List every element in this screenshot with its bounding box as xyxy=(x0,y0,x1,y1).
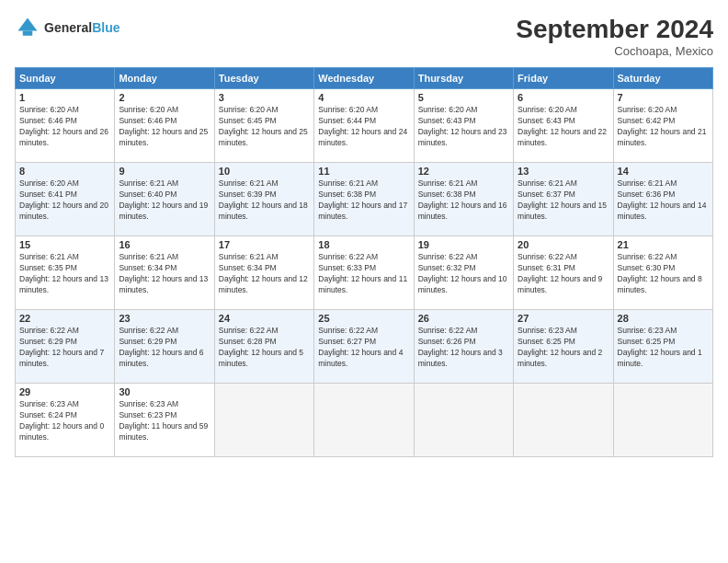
day-info: Sunrise: 6:20 AMSunset: 6:45 PMDaylight:… xyxy=(219,105,310,149)
calendar-cell xyxy=(514,384,613,457)
day-number: 24 xyxy=(219,313,310,324)
calendar-cell: 27Sunrise: 6:23 AMSunset: 6:25 PMDayligh… xyxy=(514,310,613,384)
weekday-header: Monday xyxy=(115,68,214,89)
day-number: 2 xyxy=(119,92,210,103)
day-number: 6 xyxy=(518,92,609,103)
calendar-cell: 6Sunrise: 6:20 AMSunset: 6:43 PMDaylight… xyxy=(514,89,613,163)
svg-rect-1 xyxy=(23,31,33,36)
logo-icon xyxy=(15,15,40,40)
day-number: 3 xyxy=(219,92,310,103)
calendar-week-row: 29Sunrise: 6:23 AMSunset: 6:24 PMDayligh… xyxy=(16,384,713,457)
calendar-cell xyxy=(214,384,313,457)
calendar-cell: 25Sunrise: 6:22 AMSunset: 6:27 PMDayligh… xyxy=(314,310,414,384)
calendar-week-row: 15Sunrise: 6:21 AMSunset: 6:35 PMDayligh… xyxy=(16,236,713,310)
calendar-cell: 4Sunrise: 6:20 AMSunset: 6:44 PMDaylight… xyxy=(314,89,414,163)
calendar-cell: 17Sunrise: 6:21 AMSunset: 6:34 PMDayligh… xyxy=(214,236,313,310)
day-number: 7 xyxy=(618,92,709,103)
weekday-header: Tuesday xyxy=(214,68,313,89)
day-number: 17 xyxy=(219,239,310,250)
day-number: 11 xyxy=(318,166,409,177)
calendar-week-row: 1Sunrise: 6:20 AMSunset: 6:46 PMDaylight… xyxy=(16,89,713,163)
header: GeneralBlue September 2024 Cochoapa, Mex… xyxy=(15,15,713,58)
day-info: Sunrise: 6:22 AMSunset: 6:26 PMDaylight:… xyxy=(418,326,509,370)
day-number: 9 xyxy=(119,166,210,177)
day-number: 8 xyxy=(19,166,110,177)
calendar-cell: 3Sunrise: 6:20 AMSunset: 6:45 PMDaylight… xyxy=(214,89,313,163)
month-title: September 2024 xyxy=(516,15,713,44)
day-number: 15 xyxy=(19,239,110,250)
calendar-cell: 28Sunrise: 6:23 AMSunset: 6:25 PMDayligh… xyxy=(613,310,712,384)
day-info: Sunrise: 6:20 AMSunset: 6:43 PMDaylight:… xyxy=(518,105,609,149)
day-info: Sunrise: 6:22 AMSunset: 6:28 PMDaylight:… xyxy=(219,326,310,370)
day-info: Sunrise: 6:21 AMSunset: 6:39 PMDaylight:… xyxy=(219,178,310,223)
calendar-cell: 11Sunrise: 6:21 AMSunset: 6:38 PMDayligh… xyxy=(314,163,414,236)
day-info: Sunrise: 6:22 AMSunset: 6:27 PMDaylight:… xyxy=(318,326,409,370)
calendar-cell: 15Sunrise: 6:21 AMSunset: 6:35 PMDayligh… xyxy=(16,236,115,310)
location: Cochoapa, Mexico xyxy=(516,44,713,58)
calendar-cell: 16Sunrise: 6:21 AMSunset: 6:34 PMDayligh… xyxy=(115,236,214,310)
calendar-cell: 13Sunrise: 6:21 AMSunset: 6:37 PMDayligh… xyxy=(514,163,613,236)
header-row: SundayMondayTuesdayWednesdayThursdayFrid… xyxy=(16,68,713,89)
calendar-cell: 21Sunrise: 6:22 AMSunset: 6:30 PMDayligh… xyxy=(613,236,712,310)
calendar-cell: 10Sunrise: 6:21 AMSunset: 6:39 PMDayligh… xyxy=(214,163,313,236)
day-info: Sunrise: 6:22 AMSunset: 6:31 PMDaylight:… xyxy=(518,252,609,296)
day-number: 10 xyxy=(219,166,310,177)
day-number: 16 xyxy=(119,239,210,250)
weekday-header: Sunday xyxy=(16,68,115,89)
weekday-header: Saturday xyxy=(613,68,712,89)
day-number: 4 xyxy=(318,92,409,103)
calendar-cell: 20Sunrise: 6:22 AMSunset: 6:31 PMDayligh… xyxy=(514,236,613,310)
calendar-cell: 14Sunrise: 6:21 AMSunset: 6:36 PMDayligh… xyxy=(613,163,712,236)
calendar-table: SundayMondayTuesdayWednesdayThursdayFrid… xyxy=(15,67,713,457)
day-info: Sunrise: 6:23 AMSunset: 6:25 PMDaylight:… xyxy=(518,326,609,370)
day-number: 5 xyxy=(418,92,509,103)
day-info: Sunrise: 6:23 AMSunset: 6:24 PMDaylight:… xyxy=(19,399,110,443)
day-number: 23 xyxy=(119,313,210,324)
day-info: Sunrise: 6:20 AMSunset: 6:46 PMDaylight:… xyxy=(19,105,110,149)
day-info: Sunrise: 6:21 AMSunset: 6:38 PMDaylight:… xyxy=(418,178,509,223)
logo-text: GeneralBlue xyxy=(44,20,119,36)
calendar-week-row: 8Sunrise: 6:20 AMSunset: 6:41 PMDaylight… xyxy=(16,163,713,236)
calendar-cell: 29Sunrise: 6:23 AMSunset: 6:24 PMDayligh… xyxy=(16,384,115,457)
day-info: Sunrise: 6:22 AMSunset: 6:29 PMDaylight:… xyxy=(19,326,110,370)
calendar-cell: 22Sunrise: 6:22 AMSunset: 6:29 PMDayligh… xyxy=(16,310,115,384)
day-info: Sunrise: 6:21 AMSunset: 6:40 PMDaylight:… xyxy=(119,178,210,223)
calendar-cell: 23Sunrise: 6:22 AMSunset: 6:29 PMDayligh… xyxy=(115,310,214,384)
calendar-cell: 30Sunrise: 6:23 AMSunset: 6:23 PMDayligh… xyxy=(115,384,214,457)
day-info: Sunrise: 6:23 AMSunset: 6:23 PMDaylight:… xyxy=(119,399,210,443)
day-info: Sunrise: 6:21 AMSunset: 6:34 PMDaylight:… xyxy=(219,252,310,296)
calendar-cell: 19Sunrise: 6:22 AMSunset: 6:32 PMDayligh… xyxy=(414,236,513,310)
day-number: 27 xyxy=(518,313,609,324)
calendar-cell: 24Sunrise: 6:22 AMSunset: 6:28 PMDayligh… xyxy=(214,310,313,384)
page: GeneralBlue September 2024 Cochoapa, Mex… xyxy=(0,0,728,563)
title-section: September 2024 Cochoapa, Mexico xyxy=(516,15,713,58)
day-number: 28 xyxy=(618,313,709,324)
logo: GeneralBlue xyxy=(15,15,119,40)
day-info: Sunrise: 6:20 AMSunset: 6:41 PMDaylight:… xyxy=(19,178,110,223)
day-info: Sunrise: 6:22 AMSunset: 6:29 PMDaylight:… xyxy=(119,326,210,370)
day-number: 19 xyxy=(418,239,509,250)
calendar-cell: 12Sunrise: 6:21 AMSunset: 6:38 PMDayligh… xyxy=(414,163,513,236)
day-number: 18 xyxy=(318,239,409,250)
calendar-cell xyxy=(314,384,414,457)
calendar-week-row: 22Sunrise: 6:22 AMSunset: 6:29 PMDayligh… xyxy=(16,310,713,384)
day-info: Sunrise: 6:22 AMSunset: 6:30 PMDaylight:… xyxy=(618,252,709,296)
calendar-cell: 2Sunrise: 6:20 AMSunset: 6:46 PMDaylight… xyxy=(115,89,214,163)
day-info: Sunrise: 6:21 AMSunset: 6:36 PMDaylight:… xyxy=(618,178,709,223)
calendar-cell: 7Sunrise: 6:20 AMSunset: 6:42 PMDaylight… xyxy=(613,89,712,163)
day-info: Sunrise: 6:21 AMSunset: 6:35 PMDaylight:… xyxy=(19,252,110,296)
day-number: 25 xyxy=(318,313,409,324)
calendar-cell xyxy=(414,384,513,457)
day-info: Sunrise: 6:21 AMSunset: 6:37 PMDaylight:… xyxy=(518,178,609,223)
day-number: 29 xyxy=(19,386,110,397)
day-number: 14 xyxy=(618,166,709,177)
day-number: 12 xyxy=(418,166,509,177)
weekday-header: Wednesday xyxy=(314,68,414,89)
calendar-cell xyxy=(613,384,712,457)
day-number: 30 xyxy=(119,386,210,397)
day-info: Sunrise: 6:21 AMSunset: 6:34 PMDaylight:… xyxy=(119,252,210,296)
svg-marker-0 xyxy=(18,18,38,31)
day-number: 26 xyxy=(418,313,509,324)
calendar-cell: 18Sunrise: 6:22 AMSunset: 6:33 PMDayligh… xyxy=(314,236,414,310)
calendar-cell: 9Sunrise: 6:21 AMSunset: 6:40 PMDaylight… xyxy=(115,163,214,236)
